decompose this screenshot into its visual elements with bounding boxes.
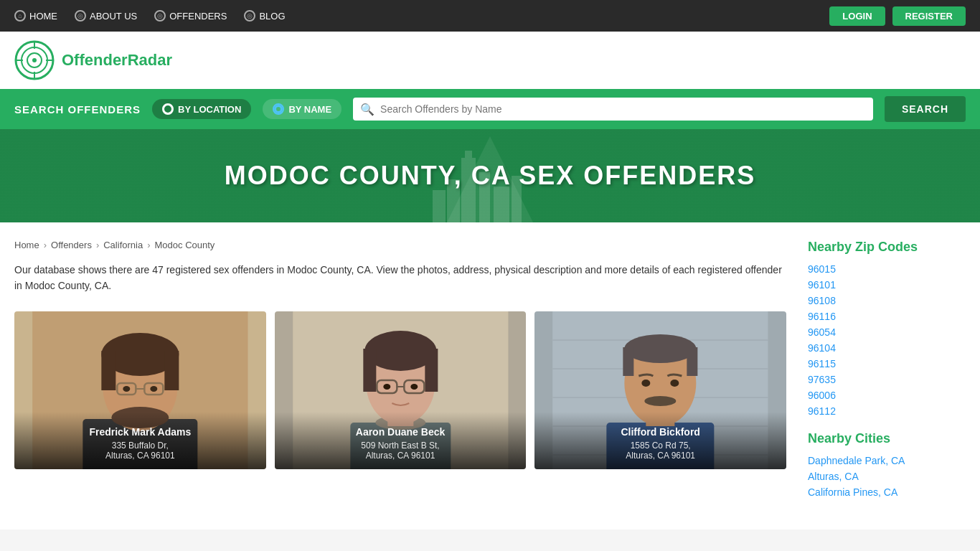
- svg-point-56: [645, 396, 677, 406]
- search-bar: SEARCH OFFENDERS BY LOCATION BY NAME 🔍 S…: [0, 89, 980, 129]
- svg-point-27: [123, 386, 130, 392]
- svg-point-41: [383, 384, 390, 390]
- by-location-radio[interactable]: BY LOCATION: [152, 99, 251, 119]
- nav-home[interactable]: ⌂ HOME: [14, 10, 57, 22]
- location-radio-circle: [162, 103, 174, 115]
- search-icon: 🔍: [360, 103, 374, 116]
- top-nav: ⌂ HOME ◎ ABOUT US ◎ OFFENDERS ◎ BLOG LOG…: [0, 0, 980, 32]
- svg-rect-22: [164, 351, 179, 390]
- logo-bar: OffenderRadar: [0, 32, 980, 89]
- offender-address-3: 1585 Co Rd 75, Alturas, CA 96101: [543, 441, 778, 461]
- zip-code-item[interactable]: 96101: [808, 279, 966, 291]
- sidebar: Nearby Zip Codes 96015961019610896116960…: [808, 240, 966, 512]
- svg-point-28: [150, 386, 157, 392]
- zip-code-link[interactable]: 96115: [808, 358, 836, 369]
- svg-rect-21: [101, 351, 116, 390]
- by-name-radio[interactable]: BY NAME: [263, 99, 341, 119]
- hero-banner: MODOC COUNTY, CA SEX OFFENDERS: [0, 129, 980, 222]
- zip-code-item[interactable]: 96116: [808, 311, 966, 322]
- home-icon: ⌂: [14, 10, 26, 22]
- breadcrumb-home[interactable]: Home: [14, 240, 39, 250]
- zip-code-link[interactable]: 96112: [808, 405, 836, 417]
- hero-title: MODOC COUNTY, CA SEX OFFENDERS: [225, 161, 756, 191]
- breadcrumb-offenders[interactable]: Offenders: [51, 240, 92, 250]
- zip-code-link[interactable]: 96006: [808, 390, 836, 401]
- logo-icon: [14, 40, 55, 80]
- offender-info-1: Fredrick Mark Adams 335 Buffalo Dr, Altu…: [14, 412, 266, 469]
- zip-code-link[interactable]: 96015: [808, 263, 836, 275]
- offender-card-1[interactable]: Fredrick Mark Adams 335 Buffalo Dr, Altu…: [14, 311, 266, 469]
- content-left: Home › Offenders › California › Modoc Co…: [14, 240, 786, 512]
- register-button[interactable]: REGISTER: [892, 6, 966, 26]
- breadcrumb: Home › Offenders › California › Modoc Co…: [14, 240, 786, 250]
- zip-code-item[interactable]: 96115: [808, 358, 966, 369]
- svg-rect-54: [623, 347, 634, 376]
- breadcrumb-california[interactable]: California: [103, 240, 143, 250]
- breadcrumb-county: Modoc County: [155, 240, 215, 250]
- zip-code-item[interactable]: 97635: [808, 374, 966, 385]
- svg-point-58: [671, 380, 679, 387]
- city-item[interactable]: Daphnedale Park, CA: [808, 455, 966, 466]
- logo-text: OffenderRadar: [62, 51, 172, 70]
- search-label: SEARCH OFFENDERS: [14, 103, 141, 116]
- logo[interactable]: OffenderRadar: [14, 40, 172, 80]
- about-icon: ◎: [75, 10, 86, 22]
- zip-codes-title: Nearby Zip Codes: [808, 240, 966, 255]
- offender-card-3[interactable]: Clifford Bickford 1585 Co Rd 75, Alturas…: [534, 311, 786, 469]
- nearby-cities-title: Nearby Cities: [808, 431, 966, 446]
- svg-point-42: [410, 384, 418, 390]
- nav-about[interactable]: ◎ ABOUT US: [75, 10, 137, 22]
- zip-code-link[interactable]: 96108: [808, 295, 836, 306]
- zip-code-item[interactable]: 96015: [808, 263, 966, 275]
- zip-code-link[interactable]: 96101: [808, 279, 836, 291]
- svg-rect-55: [687, 347, 698, 376]
- page-description: Our database shows there are 47 register…: [14, 262, 786, 294]
- svg-rect-12: [494, 187, 509, 222]
- zip-codes-list: 9601596101961089611696054961049611597635…: [808, 263, 966, 417]
- zip-code-item[interactable]: 96104: [808, 342, 966, 354]
- svg-point-53: [625, 334, 697, 363]
- zip-code-item[interactable]: 96108: [808, 295, 966, 306]
- svg-point-3: [32, 58, 37, 62]
- offender-card-2[interactable]: Aaron Duane Beck 509 North East B St, Al…: [275, 311, 527, 469]
- nav-links: ⌂ HOME ◎ ABOUT US ◎ OFFENDERS ◎ BLOG: [14, 10, 286, 22]
- nearby-cities-list: Daphnedale Park, CAAlturas, CACalifornia…: [808, 455, 966, 498]
- svg-rect-14: [433, 190, 446, 222]
- offender-address-2: 509 North East B St, Alturas, CA 96101: [283, 441, 518, 461]
- city-item[interactable]: California Pines, CA: [808, 486, 966, 498]
- svg-point-57: [642, 380, 651, 387]
- offender-name-2: Aaron Duane Beck: [283, 426, 518, 438]
- search-input-wrapper: 🔍: [353, 98, 873, 121]
- city-item[interactable]: Alturas, CA: [808, 471, 966, 482]
- zip-code-item[interactable]: 96006: [808, 390, 966, 401]
- offenders-icon: ◎: [154, 10, 166, 22]
- svg-rect-9: [465, 151, 472, 161]
- zip-code-link[interactable]: 96104: [808, 342, 836, 354]
- login-button[interactable]: LOGIN: [829, 6, 885, 26]
- city-link[interactable]: Alturas, CA: [808, 471, 859, 482]
- zip-code-link[interactable]: 97635: [808, 374, 836, 385]
- name-radio-circle: [273, 103, 284, 115]
- zip-code-link[interactable]: 96116: [808, 311, 836, 322]
- offender-cards: Fredrick Mark Adams 335 Buffalo Dr, Altu…: [14, 311, 786, 469]
- offender-address-1: 335 Buffalo Dr, Alturas, CA 96101: [23, 441, 258, 461]
- zip-code-item[interactable]: 96054: [808, 326, 966, 338]
- city-link[interactable]: Daphnedale Park, CA: [808, 455, 905, 466]
- offender-name-1: Fredrick Mark Adams: [23, 426, 258, 438]
- svg-rect-37: [425, 349, 438, 392]
- offender-info-3: Clifford Bickford 1585 Co Rd 75, Alturas…: [534, 412, 786, 469]
- blog-icon: ◎: [244, 10, 255, 22]
- search-button[interactable]: SEARCH: [885, 96, 966, 122]
- zip-code-item[interactable]: 96112: [808, 405, 966, 417]
- main-content: Home › Offenders › California › Modoc Co…: [0, 222, 980, 529]
- zip-code-link[interactable]: 96054: [808, 326, 836, 338]
- offender-info-2: Aaron Duane Beck 509 North East B St, Al…: [275, 412, 527, 469]
- search-input[interactable]: [380, 98, 866, 121]
- nav-offenders[interactable]: ◎ OFFENDERS: [154, 10, 227, 22]
- offender-name-3: Clifford Bickford: [543, 426, 778, 438]
- city-link[interactable]: California Pines, CA: [808, 486, 897, 498]
- svg-rect-36: [363, 349, 376, 392]
- nav-auth-buttons: LOGIN REGISTER: [829, 6, 966, 26]
- nav-blog[interactable]: ◎ BLOG: [244, 10, 285, 22]
